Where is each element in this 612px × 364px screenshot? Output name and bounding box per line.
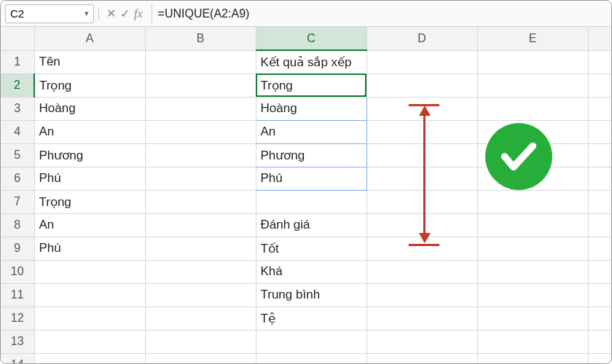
cell-D14[interactable] xyxy=(366,353,477,364)
cell-B13[interactable] xyxy=(145,330,256,353)
cell-D9[interactable] xyxy=(366,237,477,260)
cell-C11[interactable]: Trung bình xyxy=(256,283,366,306)
cell-B11[interactable] xyxy=(145,283,256,306)
row-header-7[interactable]: 7 xyxy=(1,190,34,213)
cell-B1[interactable] xyxy=(145,50,256,74)
cell-D1[interactable] xyxy=(366,50,477,74)
cell-B8[interactable] xyxy=(145,213,256,237)
cell-A4[interactable]: An xyxy=(34,120,145,143)
cell-A13[interactable] xyxy=(34,330,145,353)
row-header-2[interactable]: 2 xyxy=(1,74,34,97)
cell-E10[interactable] xyxy=(477,260,588,283)
row-header-5[interactable]: 5 xyxy=(1,143,34,167)
fx-icon[interactable]: fx xyxy=(133,7,144,20)
cell-C1[interactable]: Kết quả sắp xếp xyxy=(256,50,366,74)
cell-F10[interactable] xyxy=(588,260,612,283)
cell-B4[interactable] xyxy=(145,120,256,143)
cell-B3[interactable] xyxy=(145,97,256,120)
cell-F5[interactable] xyxy=(588,143,612,167)
cell-A8[interactable]: An xyxy=(34,213,145,237)
col-header-C[interactable]: C xyxy=(256,27,366,50)
col-header-D[interactable]: D xyxy=(366,27,477,50)
cell-B10[interactable] xyxy=(145,260,256,283)
col-header-E[interactable]: E xyxy=(477,27,588,50)
row-header-12[interactable]: 12 xyxy=(1,306,34,330)
formula-bar[interactable]: =UNIQUE(A2:A9) xyxy=(152,4,607,23)
cell-E11[interactable] xyxy=(477,283,588,306)
row-header-3[interactable]: 3 xyxy=(1,97,34,120)
cell-B9[interactable] xyxy=(145,237,256,260)
cell-B2[interactable] xyxy=(145,74,256,97)
cell-E3[interactable] xyxy=(477,97,588,120)
cell-A1[interactable]: Tên xyxy=(34,50,145,74)
cell-E8[interactable] xyxy=(477,213,588,237)
cell-C6[interactable]: Phú xyxy=(256,167,366,190)
chevron-down-icon[interactable]: ▾ xyxy=(85,9,89,18)
enter-icon[interactable]: ✓ xyxy=(119,7,131,20)
cell-E5[interactable] xyxy=(477,143,588,167)
cell-C2[interactable]: Trọng xyxy=(256,74,366,97)
cell-E14[interactable] xyxy=(477,353,588,364)
cell-F3[interactable] xyxy=(588,97,612,120)
row-header-10[interactable]: 10 xyxy=(1,260,34,283)
row-header-8[interactable]: 8 xyxy=(1,213,34,237)
cell-E13[interactable] xyxy=(477,330,588,353)
cell-D7[interactable] xyxy=(366,190,477,213)
cell-F8[interactable] xyxy=(588,213,612,237)
cell-B5[interactable] xyxy=(145,143,256,167)
row-header-14[interactable]: 14 xyxy=(1,353,34,364)
cell-E2[interactable] xyxy=(477,74,588,97)
cell-F7[interactable] xyxy=(588,190,612,213)
cell-C9[interactable]: Tốt xyxy=(256,237,366,260)
cell-F14[interactable] xyxy=(588,353,612,364)
cell-C7[interactable] xyxy=(256,190,366,213)
cell-F9[interactable] xyxy=(588,237,612,260)
cell-A3[interactable]: Hoàng xyxy=(34,97,145,120)
select-all-corner[interactable] xyxy=(1,27,34,50)
cell-A2[interactable]: Trọng xyxy=(34,74,145,97)
cell-F11[interactable] xyxy=(588,283,612,306)
cell-D2[interactable] xyxy=(366,74,477,97)
cell-C8[interactable]: Đánh giá xyxy=(256,213,366,237)
col-header-B[interactable]: B xyxy=(145,27,256,50)
cell-A11[interactable] xyxy=(34,283,145,306)
cancel-icon[interactable]: ✕ xyxy=(105,7,117,20)
cell-F12[interactable] xyxy=(588,306,612,330)
cell-B6[interactable] xyxy=(145,167,256,190)
cell-E9[interactable] xyxy=(477,237,588,260)
cell-D8[interactable] xyxy=(366,213,477,237)
cell-D13[interactable] xyxy=(366,330,477,353)
row-header-1[interactable]: 1 xyxy=(1,50,34,74)
cell-A10[interactable] xyxy=(34,260,145,283)
cell-F4[interactable] xyxy=(588,120,612,143)
cell-E6[interactable] xyxy=(477,167,588,190)
cell-B12[interactable] xyxy=(145,306,256,330)
cell-A12[interactable] xyxy=(34,306,145,330)
cell-D11[interactable] xyxy=(366,283,477,306)
cell-E7[interactable] xyxy=(477,190,588,213)
cell-C14[interactable] xyxy=(256,353,366,364)
cell-A6[interactable]: Phú xyxy=(34,167,145,190)
cell-C10[interactable]: Khá xyxy=(256,260,366,283)
name-box[interactable]: C2 ▾ xyxy=(5,4,94,23)
cell-C3[interactable]: Hoàng xyxy=(256,97,366,120)
cell-F6[interactable] xyxy=(588,167,612,190)
cell-A7[interactable]: Trọng xyxy=(34,190,145,213)
cell-D5[interactable] xyxy=(366,143,477,167)
cell-B7[interactable] xyxy=(145,190,256,213)
cell-A9[interactable]: Phú xyxy=(34,237,145,260)
cell-E1[interactable] xyxy=(477,50,588,74)
cell-C13[interactable] xyxy=(256,330,366,353)
cell-B14[interactable] xyxy=(145,353,256,364)
row-header-9[interactable]: 9 xyxy=(1,237,34,260)
cell-F13[interactable] xyxy=(588,330,612,353)
row-header-13[interactable]: 13 xyxy=(1,330,34,353)
cell-F2[interactable] xyxy=(588,74,612,97)
cell-C5[interactable]: Phương xyxy=(256,143,366,167)
col-header-A[interactable]: A xyxy=(34,27,145,50)
cell-E4[interactable] xyxy=(477,120,588,143)
cell-C4[interactable]: An xyxy=(256,120,366,143)
cell-D6[interactable] xyxy=(366,167,477,190)
row-header-4[interactable]: 4 xyxy=(1,120,34,143)
col-header-F[interactable]: F xyxy=(588,27,612,50)
